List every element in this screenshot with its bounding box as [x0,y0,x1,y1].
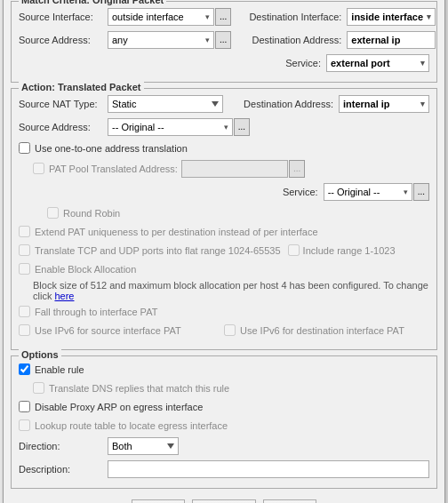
direction-row: Direction: Both Egress Ingress [19,436,429,456]
action-source-btn[interactable]: ... [234,118,250,136]
action-service-arrow: ▾ [404,188,408,196]
lookup-route-row: Lookup route table to locate egress inte… [19,418,429,434]
source-interface-arrow: ▾ [205,12,210,21]
action-service-btn[interactable]: ... [413,183,429,201]
action-service-value[interactable]: -- Original -- ▾ [324,183,412,201]
source-interface-row: Source Interface: outside interface ▾ ..… [19,7,429,27]
match-criteria-section: Match Criteria: Original Packet Source I… [11,1,437,83]
source-address-label: Source Address: [19,35,108,45]
dest-interface-arrow: ▾ [427,12,431,21]
include-range-label: Include range 1-1023 [303,245,396,256]
fall-through-label: Fall through to interface PAT [35,307,157,317]
source-address-arrow: ▾ [205,36,210,44]
action-source-arrow: ▾ [224,123,228,132]
enable-block-checkbox[interactable] [19,263,30,275]
options-section: Options Enable rule Translate DNS replie… [11,355,437,489]
source-interface-label: Source Interface: [19,12,108,22]
extend-pat-label: Extend PAT uniqueness to per destination… [35,227,318,237]
dest-interface-value[interactable]: inside interface ▾ [347,8,436,26]
source-interface-btn[interactable]: ... [215,8,231,26]
action-source-row: Source Address: -- Original -- ▾ ... [19,117,429,137]
translate-dns-label: Translate DNS replies that match this ru… [49,383,229,394]
pat-pool-row: PAT Pool Translated Address: ... [33,159,429,179]
one-to-one-label: Use one-to-one address translation [35,143,188,154]
action-label: Action: Translated Packet [19,82,144,92]
pat-pool-btn[interactable]: ... [289,160,305,178]
ipv6-row: Use IPv6 for source interface PAT Use IP… [19,323,429,341]
translate-tcp-checkbox[interactable] [19,244,30,256]
help-button[interactable]: Help [263,499,317,504]
cancel-button[interactable]: Cancel [192,499,256,504]
action-dest-address-value[interactable]: internal ip ▾ [339,95,429,113]
dialog-body: Match Criteria: Original Packet Source I… [4,0,444,503]
disable-proxy-arp-checkbox[interactable] [19,401,30,412]
include-range-checkbox[interactable] [288,244,300,256]
translate-tcp-label: Translate TCP and UDP ports into flat ra… [35,245,281,256]
source-address-value[interactable]: any ▾ [108,31,214,49]
nat-type-label: Source NAT Type: [19,99,108,109]
dest-address-value[interactable]: external ip [347,31,436,49]
ipv6-dest-label: Use IPv6 for destination interface PAT [240,325,404,336]
description-input[interactable] [108,460,429,478]
action-service-label: Service: [270,187,324,197]
round-robin-row: Round Robin [47,205,429,221]
one-to-one-row: Use one-to-one address translation [19,140,429,156]
pat-pool-checkbox[interactable] [33,163,44,174]
enable-rule-row: Enable rule [19,362,429,378]
source-address-row: Source Address: any ▾ ... Destination Ad… [19,30,429,50]
one-to-one-checkbox[interactable] [19,142,30,154]
service-arrow: ▾ [420,59,425,68]
translate-tcp-row: Translate TCP and UDP ports into flat ra… [19,243,429,259]
round-robin-checkbox[interactable] [47,207,59,219]
enable-rule-checkbox[interactable] [19,363,30,375]
edit-nat-rule-dialog: Edit NAT Rule ✕ Match Criteria: Original… [3,0,445,503]
service-row: Service: external port ▾ [19,53,429,73]
action-source-value[interactable]: -- Original -- ▾ [108,118,233,136]
extend-pat-row: Extend PAT uniqueness to per destination… [19,224,429,240]
action-section: Action: Translated Packet Source NAT Typ… [11,88,437,350]
dest-interface-label: Destination Interface: [231,12,347,22]
options-label: Options [19,349,61,360]
dest-address-label: Destination Address: [231,35,347,45]
pat-pool-input[interactable] [181,160,288,178]
service-value[interactable]: external port ▾ [326,54,429,72]
translate-dns-checkbox[interactable] [33,382,44,394]
nat-type-row: Source NAT Type: Static Dynamic Dynamic … [19,94,429,114]
disable-proxy-arp-row: Disable Proxy ARP on egress interface [19,399,429,415]
round-robin-label: Round Robin [63,208,120,219]
match-criteria-label: Match Criteria: Original Packet [19,0,166,5]
ipv6-source-label: Use IPv6 for source interface PAT [35,325,181,336]
ok-button[interactable]: OK [132,499,185,504]
translate-dns-row: Translate DNS replies that match this ru… [33,380,429,396]
enable-block-row: Enable Block Allocation [19,261,429,277]
description-label: Description: [19,464,108,475]
action-source-label: Source Address: [19,122,108,132]
action-dest-address-arrow: ▾ [420,100,425,108]
block-link[interactable]: here [54,291,74,301]
ipv6-dest-checkbox[interactable] [224,324,236,336]
direction-select[interactable]: Both Egress Ingress [108,437,179,455]
button-row: OK Cancel Help [11,494,437,504]
lookup-route-label: Lookup route table to locate egress inte… [35,420,228,431]
ipv6-dest-row: Use IPv6 for destination interface PAT [224,323,429,339]
enable-block-label: Enable Block Allocation [35,264,136,275]
fall-through-checkbox[interactable] [19,306,30,317]
source-interface-value[interactable]: outside interface ▾ [108,8,214,26]
fall-through-row: Fall through to interface PAT [19,304,429,320]
disable-proxy-arp-label: Disable Proxy ARP on egress interface [35,402,203,412]
action-dest-address-label: Destination Address: [223,99,339,109]
extend-pat-checkbox[interactable] [19,226,30,237]
lookup-route-checkbox[interactable] [19,419,30,431]
ipv6-source-row: Use IPv6 for source interface PAT [19,323,224,339]
ipv6-source-checkbox[interactable] [19,324,30,336]
source-address-btn[interactable]: ... [215,31,231,49]
action-service-row: Service: -- Original -- ▾ ... [19,182,429,202]
enable-rule-label: Enable rule [35,364,84,375]
direction-label: Direction: [19,441,108,451]
service-label: Service: [211,58,326,68]
pat-pool-label: PAT Pool Translated Address: [49,164,178,174]
description-row: Description: [19,459,429,479]
nat-type-select[interactable]: Static Dynamic Dynamic PAT [108,95,223,113]
block-note: Block size of 512 and maximum block allo… [19,280,429,301]
